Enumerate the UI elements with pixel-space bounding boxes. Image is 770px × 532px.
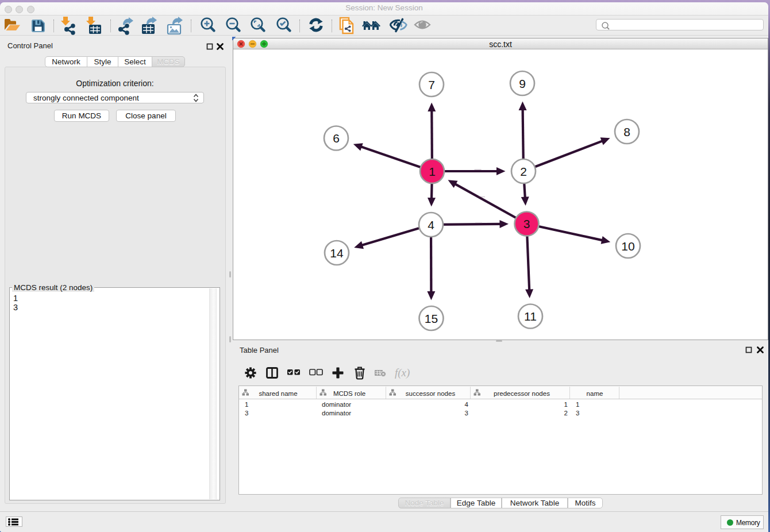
svg-text:4: 4 bbox=[465, 401, 469, 408]
svg-text:2: 2 bbox=[520, 165, 527, 178]
svg-text:3: 3 bbox=[576, 410, 579, 417]
svg-text:dominator: dominator bbox=[322, 410, 351, 417]
svg-text:7: 7 bbox=[428, 78, 435, 91]
svg-text:9: 9 bbox=[519, 77, 526, 90]
svg-text:2: 2 bbox=[564, 410, 568, 417]
svg-text:14: 14 bbox=[330, 246, 344, 260]
svg-text:1: 1 bbox=[564, 401, 568, 408]
svg-text:1: 1 bbox=[245, 401, 248, 408]
svg-text:3: 3 bbox=[245, 410, 248, 417]
svg-text:8: 8 bbox=[623, 125, 630, 138]
svg-text:name: name bbox=[587, 390, 603, 397]
svg-text:3: 3 bbox=[523, 217, 530, 230]
svg-text:6: 6 bbox=[333, 132, 340, 145]
svg-text:4: 4 bbox=[428, 218, 434, 232]
svg-text:10: 10 bbox=[621, 240, 634, 253]
svg-text:3: 3 bbox=[465, 410, 468, 417]
svg-text:15: 15 bbox=[425, 312, 438, 325]
svg-text:successor nodes: successor nodes bbox=[406, 390, 456, 397]
svg-text:predecessor nodes: predecessor nodes bbox=[494, 390, 550, 397]
svg-text:11: 11 bbox=[524, 310, 537, 323]
svg-text:MCDS role: MCDS role bbox=[333, 390, 365, 397]
svg-text:dominator: dominator bbox=[322, 401, 351, 408]
svg-text:1: 1 bbox=[576, 401, 579, 408]
svg-text:shared name: shared name bbox=[259, 390, 297, 397]
svg-text:f(x): f(x) bbox=[395, 367, 410, 379]
svg-text:1: 1 bbox=[429, 165, 436, 178]
